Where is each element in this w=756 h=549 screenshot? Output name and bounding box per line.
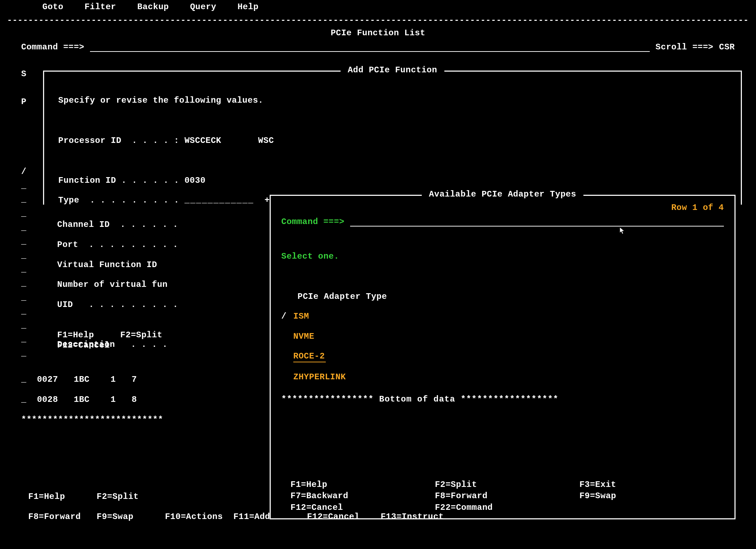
scroll-value[interactable]: CSR	[719, 42, 735, 52]
adapter-type-row-ism[interactable]: /ISM	[281, 312, 724, 321]
function-id-label: Function ID . . . . . .	[58, 176, 179, 185]
selection-column[interactable]: S P / _ _ _ _ _ _ _ _ _ _ _ _ _	[21, 67, 26, 360]
adapter-type-row-nvme[interactable]: NVME	[281, 332, 724, 342]
outer-fkeys: F1=Help F2=Split F8=Forward F9=Swap F10=…	[28, 482, 735, 542]
adapter-type-label: ZHYPERLINK	[293, 372, 346, 382]
type-input[interactable]: ____________	[185, 195, 254, 205]
adapter-types-row-counter: Row 1 of 4	[671, 203, 724, 213]
processor-id-value: WSCCECK	[185, 136, 221, 145]
add-pcie-function-panel: Add PCIe Function Specify or revise the …	[43, 71, 742, 205]
adapter-type-label: ROCE-2	[293, 351, 326, 362]
add-panel-f1[interactable]: F1=Help	[57, 330, 94, 340]
add-panel-instruction: Specify or revise the following values.	[58, 96, 727, 105]
port-label: Port . . . . . . . . .	[57, 240, 178, 250]
mouse-cursor-icon	[620, 227, 625, 234]
svg-marker-0	[620, 227, 624, 234]
adapter-type-label: NVME	[293, 332, 314, 342]
adapter-types-body: Select one. PCIe Adapter Type /ISM NVME …	[281, 242, 724, 424]
bg-row-0027[interactable]: _ 0027 1BC 1 7	[21, 375, 163, 385]
menu-divider: ----------------------------------------…	[7, 16, 749, 25]
menu-goto[interactable]: Goto	[42, 2, 64, 12]
menu-bar: Goto Filter Backup Query Help	[42, 2, 259, 12]
background-function-rows: _ 0027 1BC 1 7 _ 0028 1BC 1 8 **********…	[21, 365, 163, 445]
menu-help[interactable]: Help	[238, 2, 259, 12]
menu-backup[interactable]: Backup	[137, 2, 169, 12]
bg-row-0028[interactable]: _ 0028 1BC 1 8	[21, 395, 163, 405]
processor-id-extra: WSC	[258, 136, 274, 145]
adapter-types-command-prompt: Command ===>	[281, 217, 344, 227]
type-label: Type . . . . . . . . .	[58, 195, 179, 205]
add-panel-fkeys: F1=Help F2=Split F12=Cancel	[57, 320, 162, 360]
bottom-of-data-marker: ***************** Bottom of data *******…	[281, 394, 724, 404]
menu-filter[interactable]: Filter	[85, 2, 116, 12]
scroll-label: Scroll ===>	[655, 42, 713, 52]
outer-fkeys-line1[interactable]: F1=Help F2=Split	[28, 492, 139, 501]
num-virtual-fun-label: Number of virtual fun	[57, 280, 178, 290]
adapter-types-popup: Available PCIe Adapter Types Row 1 of 4 …	[270, 195, 736, 519]
processor-id-label: Processor ID . . . . :	[58, 136, 179, 145]
add-panel-f2[interactable]: F2=Split	[120, 330, 162, 340]
add-panel-title: Add PCIe Function	[44, 65, 741, 75]
adapter-type-row-roce2[interactable]: ROCE-2	[281, 351, 724, 362]
adapter-type-label: ISM	[293, 312, 309, 321]
channel-id-label: Channel ID . . . . . .	[57, 220, 178, 230]
page-title: PCIe Function List	[0, 28, 756, 38]
function-id-value[interactable]: 0030	[185, 176, 206, 185]
virtual-function-id-label: Virtual Function ID	[57, 260, 178, 270]
type-prompt-icon[interactable]: +	[265, 195, 270, 205]
command-input[interactable]	[90, 43, 650, 52]
adapter-types-command-input[interactable]	[350, 218, 724, 227]
uid-label: UID . . . . . . . . .	[57, 300, 178, 310]
command-scroll-line: Command ===> Scroll ===> CSR	[21, 42, 735, 52]
command-prompt-label: Command ===>	[21, 42, 84, 52]
adapter-types-command-line: Command ===>	[281, 217, 724, 227]
selector-mark[interactable]: /	[281, 312, 293, 321]
bg-row-stars: ***************************	[21, 415, 163, 425]
terminal-screen: Goto Filter Backup Query Help ----------…	[0, 0, 756, 549]
select-one-instruction: Select one.	[281, 252, 724, 261]
menu-query[interactable]: Query	[190, 2, 216, 12]
adapter-type-header: PCIe Adapter Type	[281, 292, 724, 302]
adapter-type-row-zhyperlink[interactable]: ZHYPERLINK	[281, 372, 724, 382]
adapter-types-title: Available PCIe Adapter Types	[271, 189, 734, 199]
outer-fkeys-line2[interactable]: F8=Forward F9=Swap F10=Actions F11=Add F…	[28, 512, 444, 521]
add-panel-f12[interactable]: F12=Cancel	[57, 340, 110, 350]
